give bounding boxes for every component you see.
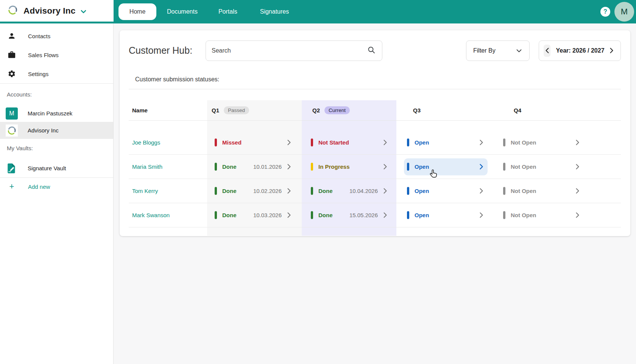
q3-status-cell[interactable]: Open xyxy=(396,203,491,227)
vault-item-signature[interactable]: Signature Vault xyxy=(0,160,113,177)
column-header-label: Name xyxy=(132,107,148,114)
search-input[interactable] xyxy=(212,47,367,54)
table-row: Joe BloggsMissedNot StartedOpenNot Open xyxy=(129,121,621,155)
status-label: Not Open xyxy=(511,139,536,146)
customer-name-link[interactable]: Mark Swanson xyxy=(129,203,207,227)
chevron-right-icon[interactable] xyxy=(287,163,291,170)
sidebar-label: Sales Flows xyxy=(28,52,59,58)
account-item-marcin[interactable]: M Marcin Pastuszek xyxy=(0,105,113,122)
status-bar-icon xyxy=(503,187,505,195)
sidebar-item-contacts[interactable]: Contacts xyxy=(0,26,113,45)
q2-status-cell[interactable]: In Progress xyxy=(302,155,396,179)
status-date: 10.03.2026 xyxy=(253,212,282,218)
status-label: Open xyxy=(415,139,429,146)
user-avatar[interactable]: M xyxy=(614,2,634,22)
column-header-label: Q1 xyxy=(212,107,219,114)
vault-label: Signature Vault xyxy=(28,165,66,171)
chevron-right-icon[interactable] xyxy=(287,188,291,194)
status-date: 10.02.2026 xyxy=(253,188,282,194)
q3-status-cell[interactable]: Open xyxy=(396,155,491,179)
chevron-right-icon[interactable] xyxy=(383,188,387,194)
status-bar-icon xyxy=(407,187,409,195)
q3-status-cell[interactable]: Open xyxy=(396,131,491,154)
customer-name-link[interactable]: Joe Bloggs xyxy=(129,131,207,154)
accounts-section-label: Accounts: xyxy=(0,90,113,98)
vaults-section-label: My Vaults: xyxy=(0,144,113,152)
q4-status-cell[interactable]: Not Open xyxy=(491,203,586,227)
q1-status-cell[interactable]: Done10.03.2026 xyxy=(207,203,302,227)
status-bar-icon xyxy=(215,187,217,195)
search-icon[interactable] xyxy=(367,46,376,56)
status-bar-icon xyxy=(407,163,409,171)
brand-chevron-down-icon[interactable] xyxy=(81,8,86,15)
q2-status-cell[interactable]: Done15.05.2026 xyxy=(302,203,396,227)
status-label: In Progress xyxy=(318,163,350,170)
customer-name-link[interactable]: Maria Smith xyxy=(129,155,207,179)
chevron-right-icon[interactable] xyxy=(575,139,580,146)
sidebar-item-settings[interactable]: Settings xyxy=(0,64,113,83)
q2-status-cell[interactable]: Done10.04.2026 xyxy=(302,179,396,203)
chevron-right-icon[interactable] xyxy=(479,212,483,218)
status-date: 15.05.2026 xyxy=(349,212,378,218)
q3-status-cell[interactable]: Open xyxy=(396,179,491,203)
next-year-button[interactable] xyxy=(608,45,615,57)
brand-name: Advisory Inc xyxy=(23,6,75,16)
q2-status-cell[interactable]: Not Started xyxy=(302,131,396,154)
status-bar-icon xyxy=(215,163,217,171)
prev-year-button[interactable] xyxy=(544,45,550,57)
customer-name-link[interactable]: Tom Kerry xyxy=(129,179,207,203)
q4-status-cell[interactable]: Not Open xyxy=(491,131,586,154)
status-bar-icon xyxy=(311,211,313,219)
table-row: Maria SmithDone10.01.2026In ProgressOpen… xyxy=(129,155,621,179)
sidebar-item-sales-flows[interactable]: Sales Flows xyxy=(0,45,113,64)
q4-status-cell[interactable]: Not Open xyxy=(491,155,586,179)
status-bar-icon xyxy=(407,211,409,219)
briefcase-icon xyxy=(7,50,16,59)
account-logo xyxy=(6,124,18,137)
status-bar-icon xyxy=(503,138,505,146)
chevron-right-icon[interactable] xyxy=(383,139,387,146)
status-label: Done xyxy=(222,212,237,218)
gear-icon xyxy=(7,69,16,78)
chevron-right-icon[interactable] xyxy=(479,139,483,146)
quarter-badge-current: Current xyxy=(324,106,350,114)
search-box[interactable] xyxy=(206,40,382,61)
chevron-right-icon[interactable] xyxy=(383,163,387,170)
column-header-label: Q2 xyxy=(312,107,320,114)
chevron-right-icon[interactable] xyxy=(287,212,291,218)
status-bar-icon xyxy=(311,138,313,146)
account-item-advisory[interactable]: Advisory Inc xyxy=(0,122,113,139)
status-bar-icon xyxy=(311,187,313,195)
chevron-right-icon[interactable] xyxy=(575,188,580,194)
status-label: Open xyxy=(415,188,429,194)
status-label: Not Open xyxy=(511,188,536,194)
q1-status-cell[interactable]: Done10.01.2026 xyxy=(207,155,302,179)
add-new-label: Add new xyxy=(28,184,50,190)
add-new-button[interactable]: + Add new xyxy=(0,178,113,195)
brand-logo xyxy=(7,4,19,17)
tab-signatures[interactable]: Signatures xyxy=(260,8,289,15)
chevron-right-icon[interactable] xyxy=(479,163,483,170)
column-header-name: Name xyxy=(129,100,207,120)
status-label: Done xyxy=(222,188,237,194)
top-bar: Advisory Inc Home Documents Portals Sign… xyxy=(0,0,636,23)
app-bar: Home Documents Portals Signatures ? M xyxy=(114,0,636,23)
chevron-right-icon[interactable] xyxy=(479,188,483,194)
filter-by-dropdown[interactable]: Filter By xyxy=(466,40,530,61)
status-label: Open xyxy=(415,163,429,170)
help-icon[interactable]: ? xyxy=(600,7,610,17)
q1-status-cell[interactable]: Done10.02.2026 xyxy=(207,179,302,203)
tab-documents[interactable]: Documents xyxy=(167,8,198,15)
tab-home[interactable]: Home xyxy=(118,3,156,20)
q1-status-cell[interactable]: Missed xyxy=(207,131,302,154)
tab-portals[interactable]: Portals xyxy=(218,8,237,15)
person-icon xyxy=(7,31,16,40)
status-label: Missed xyxy=(222,139,242,146)
chevron-right-icon[interactable] xyxy=(575,212,580,218)
chevron-right-icon[interactable] xyxy=(383,212,387,218)
status-label: Not Started xyxy=(318,139,349,146)
chevron-right-icon[interactable] xyxy=(287,139,291,146)
chevron-right-icon[interactable] xyxy=(575,163,580,170)
q4-status-cell[interactable]: Not Open xyxy=(491,179,586,203)
year-selector: Year: 2026 / 2027 xyxy=(539,40,621,61)
